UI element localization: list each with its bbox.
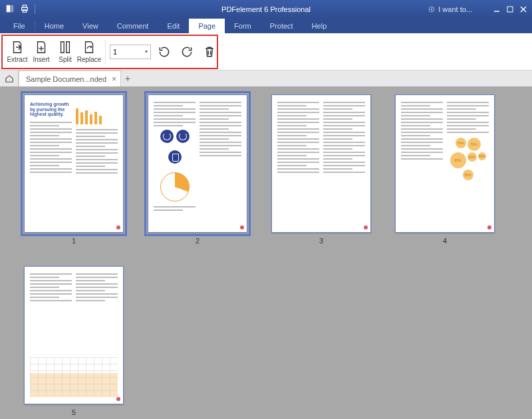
document-tabstrip: Sample Documen...nded × + [0,70,532,86]
titlebar-sep [35,5,35,14]
home-tab-icon[interactable] [0,70,19,86]
page-thumb-3[interactable]: 3 [271,94,371,245]
svg-rect-3 [23,5,26,8]
page-label: 1 [72,237,76,245]
document-tab[interactable]: Sample Documen...nded × [19,70,121,86]
svg-rect-1 [7,5,10,13]
page-thumb-4[interactable]: 76% 70% 85% 62% 40% 55% 4 [395,94,495,245]
page-thumb-2[interactable]: 2 [148,94,247,245]
replace-button[interactable]: Replace [77,40,101,63]
rotate-ccw-button[interactable] [155,43,174,61]
close-button[interactable] [519,5,528,14]
close-tab-icon[interactable]: × [112,74,116,84]
delete-page-button[interactable] [200,43,219,61]
menubar: File Home View Comment Edit Page Form Pr… [0,19,532,33]
chevron-down-icon: ▾ [145,49,148,55]
svg-rect-8 [507,7,513,12]
menu-protect[interactable]: Protect [261,19,303,33]
split-button[interactable]: Split [53,40,77,63]
svg-rect-4 [23,10,26,13]
page-label: 5 [72,408,76,416]
i-want-to[interactable]: I want to... [428,5,472,13]
svg-point-6 [432,9,433,10]
page-label: 3 [319,237,323,245]
titlebar: PDFelement 6 Professional I want to... [0,0,532,19]
menu-edit[interactable]: Edit [158,19,189,33]
page-label: 4 [443,237,447,245]
insert-button[interactable]: Insert [29,40,53,63]
extract-button[interactable]: Extract [5,40,29,63]
add-tab-button[interactable]: + [121,73,134,84]
minimize-button[interactable] [492,5,501,14]
menu-file[interactable]: File [4,19,35,33]
page-toolbar: Extract Insert Split Replace 1 ▾ [0,33,532,70]
menu-page[interactable]: Page [189,19,225,33]
menu-help[interactable]: Help [303,19,336,33]
maximize-button[interactable] [505,5,515,14]
page-selector[interactable]: 1 ▾ [110,45,151,59]
page-thumbnail-area: Achieving growth by pursuing the highest… [0,86,532,419]
menu-form[interactable]: Form [225,19,261,33]
document-tab-label: Sample Documen...nded [26,75,106,83]
menu-view[interactable]: View [73,19,108,33]
menu-comment[interactable]: Comment [108,19,158,33]
app-title: PDFelement 6 Professional [221,5,311,13]
page-label: 2 [196,237,200,245]
page-thumb-1[interactable]: Achieving growth by pursuing the highest… [24,94,124,245]
print-icon[interactable] [20,4,29,15]
app-icon [5,4,15,15]
menu-home[interactable]: Home [35,19,73,33]
rotate-cw-button[interactable] [178,43,196,61]
page-thumb-5[interactable]: 5 [24,266,124,416]
